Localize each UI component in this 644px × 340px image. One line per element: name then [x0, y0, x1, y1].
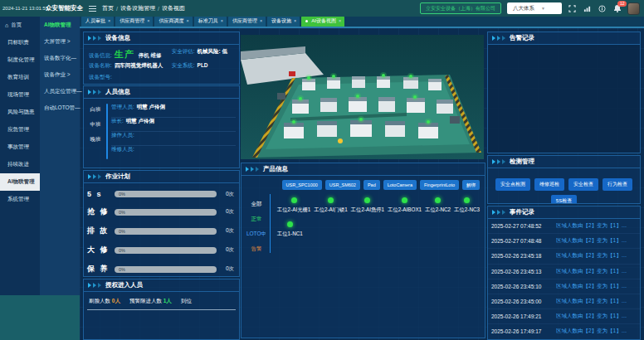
submenu-item[interactable]: AI物联管理: [40, 17, 80, 33]
sidebar-item[interactable]: AI物联管理: [0, 173, 40, 191]
sidebar-item[interactable]: 持续改进: [0, 156, 40, 173]
sidebar-item[interactable]: 现场管理: [0, 86, 40, 104]
event-row[interactable]: 2025-02-27 07:48:48 区域人数由【2】变为【1】…: [488, 234, 640, 249]
alarm-log-panel: 告警记录: [487, 32, 641, 153]
shift-label[interactable]: 白班: [85, 106, 105, 114]
notification-bell-icon[interactable]: 12: [612, 4, 622, 13]
page-tab[interactable]: AI设备视图 ×: [301, 16, 344, 27]
station-item[interactable]: 工位2-AIBOX1: [388, 197, 422, 214]
page-tab[interactable]: 标准刀具 ×: [194, 16, 227, 27]
system-select[interactable]: 八大体系 ▼: [507, 2, 562, 14]
event-row[interactable]: 2025-02-27 07:48:52 区域人数由【2】变为【1】…: [488, 219, 640, 234]
page-tab[interactable]: 设备设施 ×: [267, 16, 300, 27]
device-status-secondary: 停机 维修: [139, 52, 162, 60]
event-row[interactable]: 2025-02-26 23:45:10 区域人数由【2】变为【1】…: [488, 279, 640, 294]
sidebar-item[interactable]: ⌂ 首页: [0, 17, 40, 34]
breadcrumb-separator: /: [158, 6, 159, 12]
status-filter-tab[interactable]: LOTO中: [243, 231, 270, 238]
submenu-item[interactable]: 设备作业 >: [40, 66, 80, 83]
close-icon[interactable]: ×: [294, 18, 296, 23]
inspection-button[interactable]: 维修巡检: [534, 178, 564, 191]
status-filter-tab[interactable]: 正常: [243, 216, 270, 223]
progress-percent: 0%: [115, 229, 125, 234]
user-avatar[interactable]: [627, 2, 640, 15]
close-icon[interactable]: ×: [108, 18, 110, 23]
page-tab[interactable]: 供应商调度 ×: [154, 16, 192, 27]
page-tab-label: 设备设施: [271, 17, 291, 25]
inspection-button[interactable]: 5S检查: [551, 195, 577, 204]
station-item[interactable]: 工位2-NC2: [425, 197, 451, 214]
page-tab[interactable]: 供应商管理 ×: [115, 16, 153, 27]
chevrons-icon: [492, 210, 495, 215]
shift-label[interactable]: 中班: [85, 121, 105, 129]
system-select-value: 八大体系: [513, 5, 534, 12]
sidebar-item[interactable]: 风险与隐患: [0, 104, 40, 121]
factory-3d-view[interactable]: [241, 35, 484, 159]
device-type-button[interactable]: USR_SM602: [325, 180, 360, 190]
entry-stat: 预警限进人数 1人: [129, 298, 177, 305]
breadcrumb-separator: /: [116, 6, 118, 12]
info-icon[interactable]: [598, 4, 607, 13]
breadcrumb-level3[interactable]: 设备视图: [162, 4, 185, 12]
submenu-item[interactable]: 人员定位管理—: [40, 83, 80, 100]
sidebar-item[interactable]: 制度化管理: [0, 51, 40, 69]
breadcrumb-home[interactable]: 首页: [102, 4, 114, 12]
entry-stat-label: 到位: [181, 298, 192, 304]
event-timestamp: 2025-02-27 07:48:52: [491, 223, 556, 229]
inspection-panel: 检测管理 安全点检测维修巡检安全检查行为检查5S检查: [487, 155, 641, 204]
device-type-button[interactable]: USR_SPC1000: [282, 180, 322, 190]
status-filter-tab[interactable]: 全部: [243, 201, 270, 208]
submenu-item[interactable]: 大屏管理 >: [40, 33, 80, 50]
submenu-item[interactable]: 设备数字化—: [40, 50, 80, 66]
status-filter-tab[interactable]: 告警: [243, 245, 270, 253]
event-description: 区域人数由【2】变为【1】…: [556, 237, 637, 245]
event-description: 区域人数由【2】变为【1】…: [556, 252, 637, 260]
station-item[interactable]: 工位1-NC1: [277, 221, 303, 238]
breadcrumb-level2[interactable]: 设备设施管理: [120, 4, 155, 12]
device-type-button[interactable]: LotoCamera: [383, 180, 417, 190]
submenu-item[interactable]: 自动LOTO管—: [40, 100, 80, 116]
device-type-button[interactable]: Pad: [363, 180, 380, 190]
inspection-button[interactable]: 安全检查: [568, 178, 598, 191]
inspection-button[interactable]: 安全点检测: [495, 178, 530, 191]
device-type-button[interactable]: FingerprintLoto: [420, 180, 459, 190]
sidebar-item-label: 目标职责: [7, 39, 29, 46]
sidebar-item[interactable]: 事故管理: [0, 138, 40, 156]
hamburger-menu-icon[interactable]: [89, 6, 96, 12]
shift-divider: [106, 104, 108, 159]
work-plan-row: 排 故 0% 0次: [87, 226, 234, 236]
shift-label[interactable]: 晚班: [85, 136, 105, 143]
close-icon[interactable]: ×: [186, 18, 188, 23]
device-info-body: 设备信息: 生产 停机 维修 安全评估: 机械风险: 低 设备名称: 四车间视觉…: [84, 45, 239, 85]
sidebar-item[interactable]: 教育培训: [0, 69, 40, 86]
inspection-button[interactable]: 行为检查: [603, 178, 632, 191]
alarm-log-body: [488, 45, 640, 153]
signal-icon[interactable]: [583, 4, 592, 13]
device-type-button[interactable]: 解绑: [462, 180, 480, 190]
close-icon[interactable]: ×: [339, 18, 341, 23]
status-dot-icon: [287, 221, 293, 227]
shift-column: 白班中班晚班: [85, 104, 105, 159]
sidebar-item[interactable]: 目标职责: [0, 34, 40, 51]
sidebar-item[interactable]: 应急管理: [0, 121, 40, 138]
station-item[interactable]: 工位2-NC3: [454, 197, 480, 214]
sidebar-item[interactable]: 系统管理: [0, 191, 40, 208]
page-tab[interactable]: 供应商管理 ×: [228, 16, 266, 27]
close-icon[interactable]: ×: [147, 18, 149, 23]
event-row[interactable]: 2025-02-26 17:49:21 区域人数由【2】变为【1】…: [488, 309, 640, 324]
station-item[interactable]: 工位2-AI光栅1: [277, 197, 310, 214]
station-item[interactable]: 工位2-AI门锁1: [314, 197, 347, 214]
event-description: 区域人数由【2】变为【1】…: [556, 283, 637, 290]
event-row[interactable]: 2025-02-26 23:45:18 区域人数由【2】变为【1】…: [488, 249, 640, 264]
event-row[interactable]: 2025-02-26 23:45:13 区域人数由【2】变为【1】…: [488, 265, 640, 279]
close-icon[interactable]: ×: [221, 18, 223, 23]
event-row[interactable]: 2025-02-26 17:49:17 区域人数由【2】变为【1】…: [488, 324, 640, 339]
fullscreen-icon[interactable]: [568, 4, 577, 13]
status-dot-icon: [435, 197, 441, 203]
alarm-log-title: 告警记录: [488, 32, 640, 45]
close-icon[interactable]: ×: [260, 18, 262, 23]
event-row[interactable]: 2025-02-26 23:45:00 区域人数由【2】变为【1】…: [488, 294, 640, 309]
work-plan-count: 0次: [221, 246, 234, 254]
station-item[interactable]: 工位2-AI急停1: [351, 197, 384, 214]
page-tab[interactable]: 人员审批 ×: [81, 16, 114, 27]
